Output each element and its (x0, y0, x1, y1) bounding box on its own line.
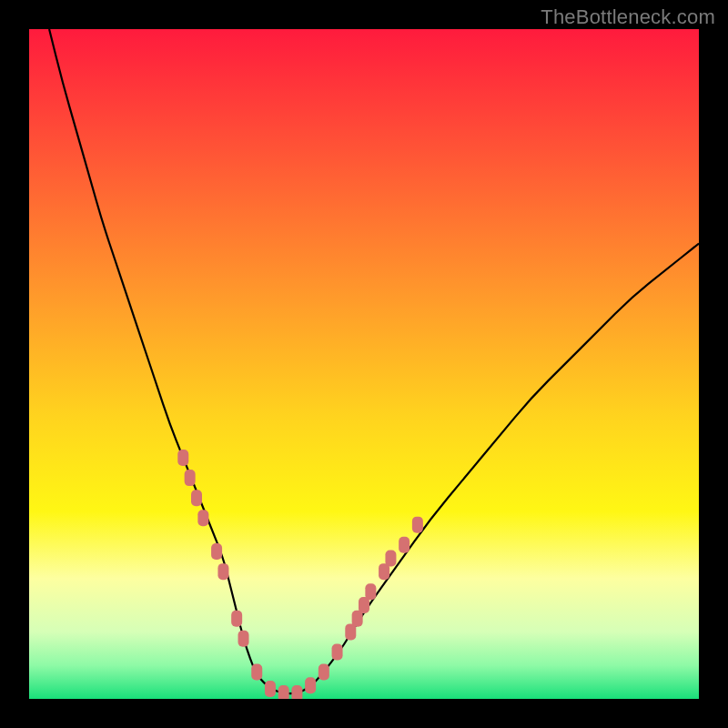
highlight-dot (231, 611, 242, 627)
highlight-dot (291, 685, 302, 699)
highlight-dot (365, 583, 376, 600)
highlight-dot (197, 510, 208, 526)
highlight-dot (238, 631, 249, 647)
highlight-dots (177, 450, 423, 699)
highlight-dot (305, 677, 316, 693)
highlight-dot (278, 685, 289, 699)
highlight-dot (318, 664, 329, 681)
highlight-dot (265, 681, 276, 697)
highlight-dot (185, 470, 196, 486)
highlight-dot (217, 563, 228, 580)
highlight-dot (385, 550, 396, 566)
highlight-dot (211, 543, 222, 560)
chart-frame: TheBottleneck.com (0, 0, 728, 728)
curve-layer (29, 29, 699, 699)
highlight-dot (412, 517, 423, 533)
highlight-dot (332, 643, 343, 660)
highlight-dot (191, 490, 202, 506)
highlight-dot (399, 537, 410, 553)
highlight-dot (251, 664, 262, 681)
plot-area (29, 29, 699, 699)
highlight-dot (177, 450, 188, 466)
watermark-text: TheBottleneck.com (541, 5, 715, 29)
